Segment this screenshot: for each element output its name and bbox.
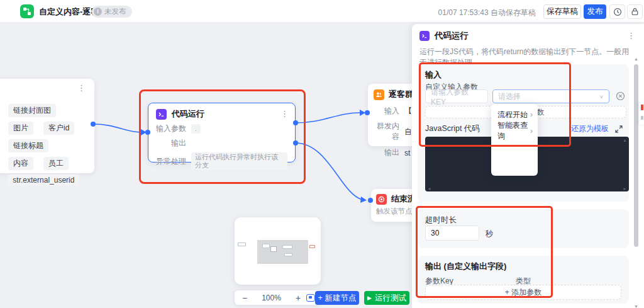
save-draft-button[interactable]: 保存草稿 bbox=[543, 4, 581, 19]
info-circle-icon: ! bbox=[94, 8, 102, 16]
timeout-label: 超时时长 bbox=[425, 215, 457, 225]
end-flow-node-icon bbox=[376, 194, 387, 205]
row-label: 群发内容 bbox=[373, 121, 399, 142]
code-node-icon bbox=[156, 109, 167, 120]
dropdown-item-smart-table-query[interactable]: 智能表查询 › bbox=[491, 123, 538, 139]
autosave-status: 01/07 17:53:43 自动保存草稿 bbox=[438, 8, 536, 18]
row-value-tag: . bbox=[191, 124, 201, 134]
panel-title: 代码运行 bbox=[435, 30, 622, 42]
row-label: 输出 bbox=[156, 138, 186, 149]
chevron-down-icon: ∨ bbox=[599, 94, 604, 100]
kebab-menu-icon[interactable]: ⋮ bbox=[627, 32, 635, 40]
timeout-section: 超时时长 30 秒 bbox=[418, 209, 629, 248]
kebab-menu-icon[interactable]: ⋮ bbox=[280, 110, 289, 118]
zoom-toolbar: − 100% + bbox=[235, 290, 321, 305]
lock-icon bbox=[631, 8, 639, 16]
run-test-button[interactable]: ▶ 运行测试 bbox=[364, 291, 409, 305]
node-title: 代码运行 bbox=[172, 108, 275, 120]
chevron-right-icon: › bbox=[530, 127, 533, 135]
new-node-button[interactable]: + 新建节点 bbox=[315, 291, 359, 305]
row-label: 输入参数 bbox=[156, 123, 186, 134]
status-badge-label: 未发布 bbox=[104, 7, 126, 16]
field-tag: 员工 bbox=[43, 157, 69, 170]
scroll-left-icon[interactable]: ◄ bbox=[427, 186, 431, 191]
chevron-right-icon: › bbox=[530, 110, 533, 119]
scroll-right-icon[interactable]: ► bbox=[623, 186, 627, 191]
top-bar: 自定义内容-逐客群发 ! 未发布 01/07 17:53:43 自动保存草稿 保… bbox=[0, 0, 644, 23]
edge-window-sliver bbox=[639, 101, 644, 125]
select-placeholder: 请选择 bbox=[498, 91, 521, 102]
run-test-label: 运行测试 bbox=[375, 293, 406, 304]
timeout-unit: 秒 bbox=[486, 229, 493, 239]
field-tag: 图片 bbox=[8, 122, 33, 135]
lock-button[interactable] bbox=[627, 4, 643, 19]
param-key-input[interactable]: 请输入参数KEY bbox=[425, 89, 488, 103]
output-section: 输出 (自定义输出字段) 参数Key 类型 + 添加参数 bbox=[418, 256, 629, 304]
select-dropdown: 流程开始 › 智能表查询 › bbox=[491, 104, 538, 176]
minimap[interactable] bbox=[235, 217, 321, 285]
scroll-up-icon[interactable]: ▲ bbox=[623, 138, 627, 142]
remove-param-icon[interactable] bbox=[616, 91, 625, 101]
expand-icon[interactable] bbox=[615, 125, 623, 133]
zoom-in-button[interactable]: + bbox=[294, 293, 303, 303]
param-key-placeholder: 请输入参数KEY bbox=[431, 87, 482, 106]
param-value-select[interactable]: 请选择 ∨ bbox=[492, 89, 609, 103]
field-tag: 链接封面图 bbox=[8, 104, 56, 117]
app-logo-icon bbox=[20, 4, 34, 18]
node-config-panel: 代码运行 ⋮ 运行一段JS代码，将代码return的数据输出到下一节点。一般用于… bbox=[412, 24, 644, 308]
panel-scrollbar[interactable]: ▲ ▼ bbox=[633, 58, 639, 307]
node-flow-start[interactable]: ⋮ 件附件 链接封面图 接地址 图片 客户id 送指令 链接标题 接描述 内容 … bbox=[0, 79, 94, 173]
timeout-input[interactable]: 30 bbox=[425, 225, 479, 241]
row-value: 【 bbox=[404, 106, 412, 117]
input-section-header: 输入 bbox=[425, 69, 441, 81]
scrollbar-thumb[interactable] bbox=[634, 64, 638, 247]
publish-button[interactable]: 发布 bbox=[584, 4, 606, 19]
node-code-run[interactable]: 代码运行 ⋮ 输入参数 . 输出 异常处理 运行代码执行异常时执行该分支 bbox=[148, 103, 296, 163]
field-tag: 链接标题 bbox=[8, 139, 48, 152]
mass-send-node-icon bbox=[374, 89, 384, 100]
row-label: 输出 bbox=[373, 147, 399, 158]
reset-template-link[interactable]: 还原为模板 bbox=[571, 123, 609, 134]
clock-icon bbox=[613, 8, 622, 16]
code-node-icon bbox=[419, 31, 430, 41]
row-label: 输入 bbox=[373, 106, 399, 117]
row-value-tag: 运行代码执行异常时执行该分支 bbox=[191, 152, 287, 170]
zoom-out-button[interactable]: − bbox=[240, 293, 249, 303]
history-button[interactable] bbox=[609, 4, 625, 19]
play-icon: ▶ bbox=[367, 295, 372, 301]
field-tag: str.external_userid bbox=[8, 174, 79, 186]
fit-view-icon[interactable] bbox=[306, 294, 315, 302]
field-tag: 客户id bbox=[43, 122, 74, 135]
status-badge: ! 未发布 bbox=[92, 6, 132, 18]
row-label: 异常处理 bbox=[156, 156, 186, 167]
add-output-param-button[interactable]: + 添加参数 bbox=[425, 285, 621, 300]
row-value: st bbox=[404, 149, 410, 157]
zoom-level: 100% bbox=[253, 294, 290, 302]
output-section-header: 输出 (自定义输出字段) bbox=[425, 261, 506, 272]
row-value: 自 bbox=[404, 127, 412, 137]
kebab-menu-icon[interactable]: ⋮ bbox=[77, 84, 86, 92]
field-tag: 内容 bbox=[8, 157, 33, 170]
